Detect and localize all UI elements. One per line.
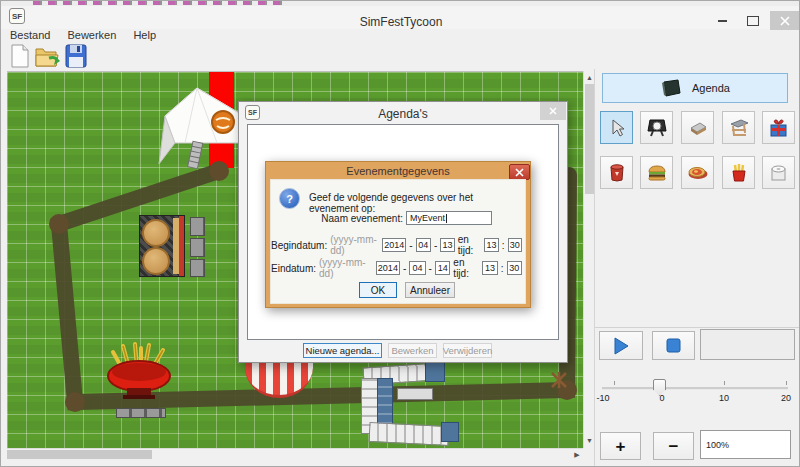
container-row-bottom bbox=[369, 422, 450, 446]
tool-podium-button[interactable] bbox=[681, 111, 714, 144]
agenda-button-label: Agenda bbox=[692, 82, 730, 94]
toilet-container-block[interactable] bbox=[357, 362, 457, 442]
zoom-in-button[interactable]: + bbox=[600, 432, 641, 460]
gift-icon bbox=[769, 118, 788, 137]
maximize-button[interactable] bbox=[738, 11, 767, 30]
app-window: SF SimFestTycoon Bestand Bewerken Help bbox=[0, 0, 800, 467]
podium-icon bbox=[688, 120, 708, 136]
status-display-box bbox=[700, 329, 795, 360]
end-year-field[interactable]: 2014 bbox=[376, 261, 400, 275]
zoom-out-button[interactable]: − bbox=[653, 432, 694, 460]
slider-tick bbox=[786, 381, 787, 385]
pizza-icon bbox=[688, 165, 708, 180]
scroll-right-icon[interactable]: ▶ bbox=[572, 450, 582, 460]
begin-date-label: Begindatum: bbox=[271, 240, 327, 251]
spotlight-icon bbox=[647, 118, 667, 137]
menu-bar: Bestand Bewerken Help bbox=[1, 29, 800, 42]
event-name-label: Naam evenement: bbox=[321, 213, 403, 224]
horizontal-scroll-thumb[interactable] bbox=[7, 450, 152, 459]
stand-roof-edge bbox=[179, 216, 184, 276]
text-caret bbox=[446, 214, 447, 223]
background-window-text-fragment bbox=[33, 1, 283, 5]
begin-minute-field[interactable]: 30 bbox=[508, 238, 522, 252]
slider-tick bbox=[614, 381, 615, 385]
time-label: en tijd: bbox=[453, 257, 479, 279]
date-dash: - bbox=[409, 240, 412, 251]
vertical-scroll-thumb[interactable] bbox=[585, 84, 594, 194]
agenda-button[interactable]: Agenda bbox=[602, 73, 788, 103]
burger-stand[interactable] bbox=[139, 215, 185, 277]
new-file-button[interactable] bbox=[7, 43, 33, 69]
giant-burger bbox=[142, 247, 170, 275]
tool-toilet-button[interactable] bbox=[762, 156, 795, 189]
date-dash: - bbox=[403, 263, 406, 274]
burger-icon bbox=[647, 164, 667, 181]
bench[interactable] bbox=[190, 259, 205, 277]
close-icon bbox=[515, 168, 524, 177]
event-close-button[interactable] bbox=[509, 164, 530, 180]
horizontal-scrollbar[interactable]: ▶ bbox=[7, 448, 583, 460]
agendas-close-button[interactable] bbox=[540, 102, 566, 120]
begin-year-field[interactable]: 2014 bbox=[382, 238, 406, 252]
fries-stand[interactable] bbox=[105, 340, 175, 404]
open-folder-icon bbox=[35, 44, 61, 68]
minimize-button[interactable] bbox=[708, 11, 737, 30]
save-floppy-icon bbox=[65, 44, 87, 68]
bench[interactable] bbox=[190, 238, 205, 257]
begin-month-field[interactable]: 04 bbox=[416, 238, 431, 252]
panel-divider bbox=[595, 327, 800, 328]
event-name-value: MyEvent bbox=[410, 213, 445, 223]
time-colon: : bbox=[502, 240, 505, 251]
slider-label: 20 bbox=[774, 393, 798, 403]
stage-structure-icon bbox=[729, 119, 749, 137]
zoom-level-value: 100% bbox=[706, 440, 729, 450]
menu-help[interactable]: Help bbox=[133, 29, 156, 41]
stop-button[interactable] bbox=[652, 331, 695, 360]
open-file-button[interactable] bbox=[35, 43, 61, 69]
save-button[interactable] bbox=[63, 43, 89, 69]
begin-day-field[interactable]: 13 bbox=[440, 238, 454, 252]
tool-burger-button[interactable] bbox=[640, 156, 673, 189]
play-button[interactable] bbox=[599, 331, 643, 360]
tool-stage-button[interactable] bbox=[722, 111, 755, 144]
event-dialog-body: ? Geef de volgende gegevens over het eve… bbox=[270, 179, 526, 304]
bench[interactable] bbox=[116, 408, 166, 418]
end-day-field[interactable]: 14 bbox=[435, 261, 450, 275]
tool-spotlight-button[interactable] bbox=[640, 111, 673, 144]
tool-fries-button[interactable] bbox=[722, 156, 755, 189]
menu-bestand[interactable]: Bestand bbox=[10, 29, 50, 41]
end-hour-field[interactable]: 13 bbox=[482, 261, 497, 275]
plus-icon: + bbox=[616, 438, 626, 455]
ok-button[interactable]: OK bbox=[359, 282, 397, 298]
tool-select-button[interactable] bbox=[600, 111, 633, 144]
end-date-label: Eindatum: bbox=[271, 263, 316, 274]
zoom-level-field[interactable]: 100% bbox=[700, 430, 791, 459]
bench[interactable] bbox=[190, 217, 205, 236]
tool-trash-button[interactable] bbox=[600, 156, 633, 189]
menu-bewerken[interactable]: Bewerken bbox=[67, 29, 116, 41]
play-icon bbox=[612, 337, 630, 355]
slider-tick bbox=[724, 381, 725, 385]
tool-gift-button[interactable] bbox=[762, 111, 795, 144]
date-format-hint: (yyyy-mm-dd) bbox=[319, 257, 373, 279]
speed-slider-track[interactable] bbox=[602, 387, 788, 390]
trash-bin-icon bbox=[609, 163, 625, 182]
date-dash: - bbox=[429, 263, 432, 274]
cancel-button[interactable]: Annuleer bbox=[405, 282, 455, 298]
tool-pizza-button[interactable] bbox=[681, 156, 714, 189]
bench[interactable] bbox=[397, 388, 433, 400]
begin-hour-field[interactable]: 13 bbox=[484, 238, 498, 252]
close-button[interactable] bbox=[770, 11, 799, 30]
stand-counter bbox=[173, 218, 179, 274]
end-minute-field[interactable]: 30 bbox=[507, 261, 522, 275]
time-label: en tijd: bbox=[458, 234, 482, 256]
new-agenda-button[interactable]: Nieuwe agenda... bbox=[303, 343, 382, 358]
date-dash: - bbox=[434, 240, 437, 251]
end-month-field[interactable]: 04 bbox=[409, 261, 425, 275]
close-icon bbox=[780, 16, 790, 26]
time-colon: : bbox=[501, 263, 504, 274]
slider-label: 10 bbox=[712, 393, 736, 403]
window-title: SimFestTycoon bbox=[1, 15, 800, 29]
event-name-field[interactable]: MyEvent bbox=[406, 211, 492, 225]
new-document-icon bbox=[10, 44, 30, 68]
